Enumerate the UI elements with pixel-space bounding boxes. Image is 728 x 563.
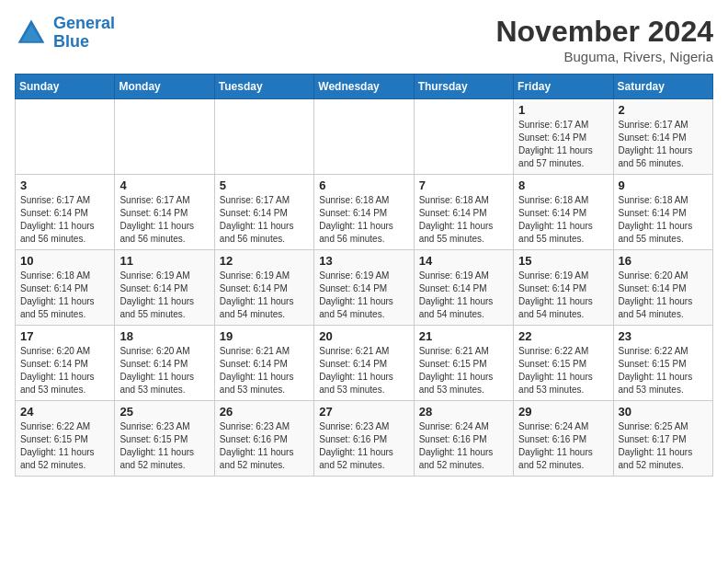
day-number: 13 (319, 254, 408, 268)
day-info: Sunrise: 6:25 AM Sunset: 6:17 PM Dayligh… (619, 420, 708, 472)
calendar-day-cell (314, 99, 414, 175)
calendar-day-cell (414, 99, 513, 175)
calendar-table: SundayMondayTuesdayWednesdayThursdayFrid… (15, 74, 713, 477)
calendar-day-cell: 30Sunrise: 6:25 AM Sunset: 6:17 PM Dayli… (613, 401, 712, 477)
day-number: 17 (20, 329, 109, 343)
calendar-day-cell: 3Sunrise: 6:17 AM Sunset: 6:14 PM Daylig… (16, 175, 115, 250)
day-info: Sunrise: 6:17 AM Sunset: 6:14 PM Dayligh… (518, 119, 608, 170)
day-number: 24 (20, 405, 109, 419)
calendar-day-cell: 8Sunrise: 6:18 AM Sunset: 6:14 PM Daylig… (514, 175, 613, 250)
day-number: 20 (319, 329, 408, 343)
calendar-day-cell (214, 99, 313, 175)
day-number: 27 (319, 405, 408, 419)
day-info: Sunrise: 6:21 AM Sunset: 6:14 PM Dayligh… (319, 345, 408, 396)
day-number: 18 (119, 329, 209, 343)
calendar-header: SundayMondayTuesdayWednesdayThursdayFrid… (16, 75, 713, 99)
day-number: 12 (220, 254, 309, 268)
calendar-day-cell: 7Sunrise: 6:18 AM Sunset: 6:14 PM Daylig… (414, 175, 513, 250)
day-info: Sunrise: 6:24 AM Sunset: 6:16 PM Dayligh… (518, 420, 608, 472)
day-info: Sunrise: 6:20 AM Sunset: 6:14 PM Dayligh… (119, 345, 209, 396)
logo-line1: General (53, 14, 115, 32)
day-info: Sunrise: 6:17 AM Sunset: 6:14 PM Dayligh… (20, 194, 109, 246)
day-number: 14 (419, 254, 508, 268)
calendar-week-row: 17Sunrise: 6:20 AM Sunset: 6:14 PM Dayli… (16, 326, 713, 401)
day-info: Sunrise: 6:21 AM Sunset: 6:15 PM Dayligh… (419, 345, 508, 396)
calendar-day-cell: 4Sunrise: 6:17 AM Sunset: 6:14 PM Daylig… (115, 175, 214, 250)
logo-icon (15, 17, 48, 50)
day-number: 25 (119, 405, 209, 419)
weekday-header-saturday: Saturday (613, 75, 712, 99)
month-title: November 2024 (495, 15, 713, 49)
calendar-day-cell: 10Sunrise: 6:18 AM Sunset: 6:14 PM Dayli… (16, 250, 115, 326)
weekday-header-monday: Monday (115, 75, 214, 99)
calendar-day-cell (115, 99, 214, 175)
calendar-day-cell: 19Sunrise: 6:21 AM Sunset: 6:14 PM Dayli… (214, 326, 313, 401)
day-info: Sunrise: 6:22 AM Sunset: 6:15 PM Dayligh… (619, 345, 708, 396)
day-info: Sunrise: 6:17 AM Sunset: 6:14 PM Dayligh… (619, 119, 708, 170)
calendar-day-cell: 13Sunrise: 6:19 AM Sunset: 6:14 PM Dayli… (314, 250, 414, 326)
calendar-day-cell: 20Sunrise: 6:21 AM Sunset: 6:14 PM Dayli… (314, 326, 414, 401)
weekday-header-friday: Friday (514, 75, 613, 99)
weekday-header-row: SundayMondayTuesdayWednesdayThursdayFrid… (16, 75, 713, 99)
day-number: 5 (220, 178, 309, 192)
day-info: Sunrise: 6:23 AM Sunset: 6:16 PM Dayligh… (319, 420, 408, 472)
calendar-day-cell: 15Sunrise: 6:19 AM Sunset: 6:14 PM Dayli… (514, 250, 613, 326)
calendar-day-cell: 1Sunrise: 6:17 AM Sunset: 6:14 PM Daylig… (514, 99, 613, 175)
calendar-day-cell: 22Sunrise: 6:22 AM Sunset: 6:15 PM Dayli… (514, 326, 613, 401)
day-number: 19 (220, 329, 309, 343)
day-info: Sunrise: 6:23 AM Sunset: 6:15 PM Dayligh… (119, 420, 209, 472)
day-info: Sunrise: 6:20 AM Sunset: 6:14 PM Dayligh… (20, 345, 109, 396)
calendar-day-cell: 12Sunrise: 6:19 AM Sunset: 6:14 PM Dayli… (214, 250, 313, 326)
calendar-day-cell: 2Sunrise: 6:17 AM Sunset: 6:14 PM Daylig… (613, 99, 712, 175)
day-info: Sunrise: 6:20 AM Sunset: 6:14 PM Dayligh… (619, 270, 708, 321)
day-info: Sunrise: 6:22 AM Sunset: 6:15 PM Dayligh… (20, 420, 109, 472)
weekday-header-sunday: Sunday (16, 75, 115, 99)
day-info: Sunrise: 6:19 AM Sunset: 6:14 PM Dayligh… (319, 270, 408, 321)
calendar-day-cell: 11Sunrise: 6:19 AM Sunset: 6:14 PM Dayli… (115, 250, 214, 326)
calendar-day-cell: 18Sunrise: 6:20 AM Sunset: 6:14 PM Dayli… (115, 326, 214, 401)
day-number: 6 (319, 178, 408, 192)
calendar-day-cell: 24Sunrise: 6:22 AM Sunset: 6:15 PM Dayli… (16, 401, 115, 477)
calendar-day-cell: 26Sunrise: 6:23 AM Sunset: 6:16 PM Dayli… (214, 401, 313, 477)
day-number: 28 (419, 405, 508, 419)
calendar-week-row: 3Sunrise: 6:17 AM Sunset: 6:14 PM Daylig… (16, 175, 713, 250)
day-info: Sunrise: 6:17 AM Sunset: 6:14 PM Dayligh… (220, 194, 309, 246)
day-number: 7 (419, 178, 508, 192)
day-info: Sunrise: 6:18 AM Sunset: 6:14 PM Dayligh… (319, 194, 408, 246)
day-number: 16 (619, 254, 708, 268)
calendar-week-row: 24Sunrise: 6:22 AM Sunset: 6:15 PM Dayli… (16, 401, 713, 477)
day-number: 23 (619, 329, 708, 343)
weekday-header-tuesday: Tuesday (214, 75, 313, 99)
calendar-day-cell: 27Sunrise: 6:23 AM Sunset: 6:16 PM Dayli… (314, 401, 414, 477)
day-info: Sunrise: 6:18 AM Sunset: 6:14 PM Dayligh… (419, 194, 508, 246)
calendar-day-cell: 25Sunrise: 6:23 AM Sunset: 6:15 PM Dayli… (115, 401, 214, 477)
logo: General Blue (15, 15, 115, 52)
calendar-day-cell: 29Sunrise: 6:24 AM Sunset: 6:16 PM Dayli… (514, 401, 613, 477)
day-number: 11 (119, 254, 209, 268)
day-info: Sunrise: 6:22 AM Sunset: 6:15 PM Dayligh… (518, 345, 608, 396)
day-info: Sunrise: 6:18 AM Sunset: 6:14 PM Dayligh… (518, 194, 608, 246)
day-info: Sunrise: 6:18 AM Sunset: 6:14 PM Dayligh… (20, 270, 109, 321)
day-number: 9 (619, 178, 708, 192)
day-number: 22 (518, 329, 608, 343)
day-info: Sunrise: 6:24 AM Sunset: 6:16 PM Dayligh… (419, 420, 508, 472)
title-block: November 2024 Buguma, Rivers, Nigeria (495, 15, 713, 64)
calendar-day-cell: 17Sunrise: 6:20 AM Sunset: 6:14 PM Dayli… (16, 326, 115, 401)
calendar-day-cell: 28Sunrise: 6:24 AM Sunset: 6:16 PM Dayli… (414, 401, 513, 477)
day-info: Sunrise: 6:17 AM Sunset: 6:14 PM Dayligh… (119, 194, 209, 246)
day-number: 1 (518, 103, 608, 117)
day-info: Sunrise: 6:21 AM Sunset: 6:14 PM Dayligh… (220, 345, 309, 396)
calendar-day-cell (16, 99, 115, 175)
day-number: 2 (619, 103, 708, 117)
day-info: Sunrise: 6:19 AM Sunset: 6:14 PM Dayligh… (518, 270, 608, 321)
day-number: 8 (518, 178, 608, 192)
day-number: 15 (518, 254, 608, 268)
logo-line2: Blue (53, 33, 115, 52)
weekday-header-wednesday: Wednesday (314, 75, 414, 99)
calendar-day-cell: 6Sunrise: 6:18 AM Sunset: 6:14 PM Daylig… (314, 175, 414, 250)
day-number: 26 (220, 405, 309, 419)
calendar-week-row: 10Sunrise: 6:18 AM Sunset: 6:14 PM Dayli… (16, 250, 713, 326)
calendar-day-cell: 14Sunrise: 6:19 AM Sunset: 6:14 PM Dayli… (414, 250, 513, 326)
weekday-header-thursday: Thursday (414, 75, 513, 99)
day-number: 3 (20, 178, 109, 192)
